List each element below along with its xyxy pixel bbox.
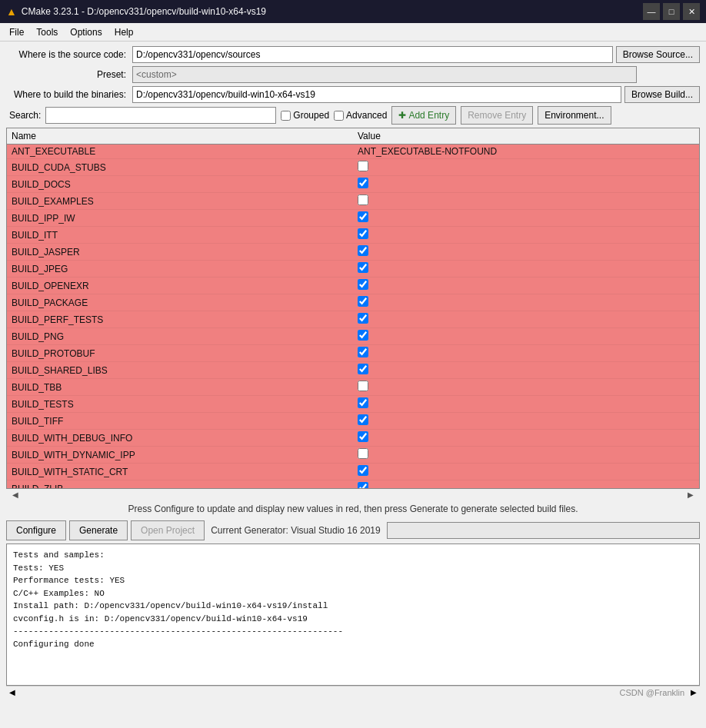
table-cell-name: BUILD_ITT	[7, 227, 353, 244]
add-entry-button[interactable]: Add Entry	[391, 106, 456, 125]
log-line: cvconfig.h is in: D:/opencv331/opencv/bu…	[13, 613, 693, 626]
table-checkbox[interactable]	[358, 296, 368, 307]
log-line: Install path: D:/opencv331/opencv/build-…	[13, 600, 693, 613]
table-checkbox[interactable]	[358, 431, 368, 442]
configure-button[interactable]: Configure	[6, 520, 66, 540]
table-checkbox[interactable]	[358, 465, 368, 476]
table-cell-name: BUILD_SHARED_LIBS	[7, 362, 353, 379]
log-line: C/C++ Examples: NO	[13, 587, 693, 600]
table-row: BUILD_PNG	[7, 328, 699, 345]
table-row: BUILD_TBB	[7, 379, 699, 396]
table-cell-value	[353, 345, 699, 362]
grouped-checkbox[interactable]	[281, 111, 291, 121]
table-row: ANT_EXECUTABLEANT_EXECUTABLE-NOTFOUND	[7, 145, 699, 159]
table-cell-value	[353, 430, 699, 447]
table-container: Name Value ANT_EXECUTABLEANT_EXECUTABLE-…	[6, 128, 700, 489]
source-row: Where is the source code: Browse Source.…	[6, 46, 700, 63]
log-scroll-right[interactable]: ▶	[688, 688, 700, 696]
scroll-left-arrow[interactable]: ◀	[9, 490, 22, 499]
open-project-button[interactable]: Open Project	[131, 520, 205, 540]
advanced-checkbox[interactable]	[334, 111, 344, 121]
table-checkbox[interactable]	[358, 448, 368, 459]
source-input[interactable]	[132, 46, 613, 63]
table-cell-value	[353, 193, 699, 210]
table-cell-name: BUILD_PNG	[7, 328, 353, 345]
table-checkbox[interactable]	[358, 313, 368, 324]
table-row: BUILD_PACKAGE	[7, 294, 699, 311]
log-scroll-left[interactable]: ◀	[6, 688, 18, 696]
title-bar-text: CMake 3.23.1 - D:/opencv331/opencv/build…	[22, 6, 266, 17]
generate-button[interactable]: Generate	[69, 520, 128, 540]
menu-file[interactable]: File	[3, 25, 30, 39]
menu-tools[interactable]: Tools	[30, 25, 64, 39]
grouped-checkbox-label[interactable]: Grouped	[281, 110, 329, 121]
build-label: Where to build the binaries:	[6, 89, 129, 100]
table-cell-name: BUILD_PROTOBUF	[7, 345, 353, 362]
search-input[interactable]	[45, 107, 276, 124]
menu-options[interactable]: Options	[64, 25, 108, 39]
table-cell-value	[353, 379, 699, 396]
table-row: BUILD_ITT	[7, 227, 699, 244]
remove-entry-button[interactable]: Remove Entry	[461, 106, 533, 125]
build-row: Where to build the binaries: Browse Buil…	[6, 86, 700, 103]
table-checkbox[interactable]	[358, 178, 368, 188]
table-checkbox[interactable]	[358, 397, 368, 408]
maximize-button[interactable]: □	[663, 3, 680, 20]
table-cell-value: ANT_EXECUTABLE-NOTFOUND	[353, 145, 699, 159]
table-checkbox[interactable]	[358, 330, 368, 341]
table-checkbox[interactable]	[358, 194, 368, 205]
scroll-right-arrow[interactable]: ▶	[684, 490, 697, 499]
table-checkbox[interactable]	[358, 228, 368, 239]
log-area[interactable]: Tests and samples: Tests: YES Performanc…	[6, 544, 700, 686]
table-cell-name: BUILD_IPP_IW	[7, 210, 353, 227]
table-checkbox[interactable]	[358, 347, 368, 357]
table-cell-name: BUILD_JASPER	[7, 244, 353, 261]
advanced-checkbox-label[interactable]: Advanced	[334, 110, 387, 121]
table-cell-value	[353, 227, 699, 244]
table-cell-value	[353, 159, 699, 176]
title-bar-controls: — □ ✕	[643, 3, 700, 20]
preset-label: Preset:	[6, 69, 129, 80]
table-checkbox[interactable]	[358, 364, 368, 374]
table-checkbox[interactable]	[358, 245, 368, 256]
preset-input[interactable]	[132, 66, 637, 83]
table-cell-name: BUILD_CUDA_STUBS	[7, 159, 353, 176]
build-input[interactable]	[132, 86, 621, 103]
col-value: Value	[353, 128, 699, 145]
cmake-table: Name Value ANT_EXECUTABLEANT_EXECUTABLE-…	[7, 128, 699, 489]
table-cell-value	[353, 278, 699, 294]
table-cell-name: BUILD_OPENEXR	[7, 278, 353, 294]
table-row: BUILD_JASPER	[7, 244, 699, 261]
browse-source-button[interactable]: Browse Source...	[616, 46, 700, 63]
log-line: Configuring done	[13, 638, 693, 651]
table-cell-value	[353, 447, 699, 464]
table-row: BUILD_WITH_DEBUG_INFO	[7, 430, 699, 447]
menu-bar: File Tools Options Help	[0, 23, 706, 42]
table-checkbox[interactable]	[358, 414, 368, 425]
table-checkbox[interactable]	[358, 279, 368, 290]
table-cell-name: BUILD_WITH_STATIC_CRT	[7, 464, 353, 480]
col-name: Name	[7, 128, 353, 145]
table-checkbox[interactable]	[358, 161, 368, 171]
table-cell-name: BUILD_TESTS	[7, 396, 353, 413]
environment-button[interactable]: Environment...	[538, 106, 611, 125]
log-line: Tests and samples:	[13, 549, 693, 562]
browse-build-button[interactable]: Browse Build...	[624, 86, 700, 103]
table-row: BUILD_TIFF	[7, 413, 699, 430]
table-checkbox[interactable]	[358, 262, 368, 273]
table-cell-name: ANT_EXECUTABLE	[7, 145, 353, 159]
menu-help[interactable]: Help	[108, 25, 140, 39]
preset-row: Preset:	[6, 66, 700, 83]
minimize-button[interactable]: —	[643, 3, 660, 20]
table-row: BUILD_SHARED_LIBS	[7, 362, 699, 379]
search-label: Search:	[9, 110, 41, 121]
progress-bar	[387, 522, 700, 539]
table-row: BUILD_JPEG	[7, 261, 699, 278]
table-cell-name: BUILD_ZLIB	[7, 480, 353, 490]
table-checkbox[interactable]	[358, 211, 368, 222]
close-button[interactable]: ✕	[683, 3, 700, 20]
table-checkbox[interactable]	[358, 482, 368, 489]
table-cell-value	[353, 328, 699, 345]
title-bar-left: ▲ CMake 3.23.1 - D:/opencv331/opencv/bui…	[6, 5, 266, 18]
table-checkbox[interactable]	[358, 381, 368, 391]
